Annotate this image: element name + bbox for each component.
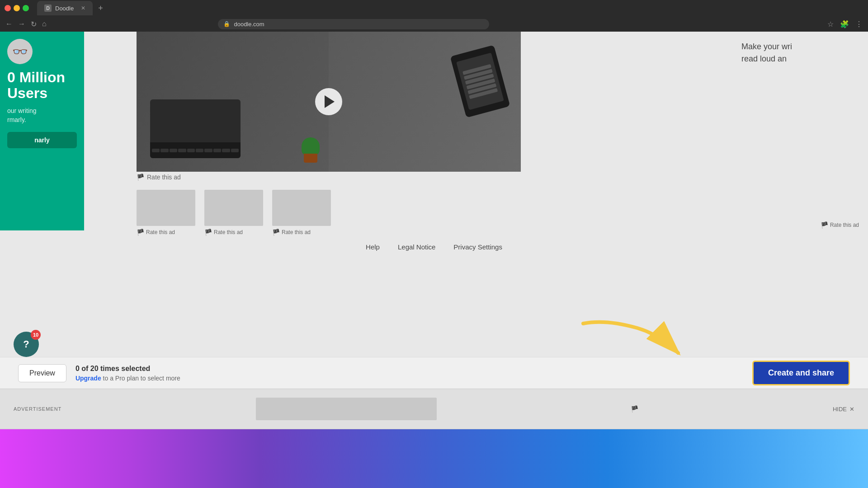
- key: [178, 149, 186, 152]
- small-ad-thumb-3: [272, 190, 331, 226]
- panel-subtext: our writingrmarly.: [7, 107, 77, 124]
- window-controls: [5, 5, 29, 11]
- avatar: 👓: [7, 39, 33, 64]
- lock-icon: 🔒: [223, 21, 230, 27]
- rate-ad-small-2[interactable]: 🏴 Rate this ad: [204, 229, 243, 236]
- address-bar: ← → ↻ ⌂ 🔒 doodle.com ☆ 🧩 ⋮: [0, 16, 868, 32]
- small-ad-thumb-2: [204, 190, 263, 226]
- selection-info: 0 of 20 times selected Upgrade to a Pro …: [75, 365, 180, 382]
- browser-chrome: D Doodle ✕ + ← → ↻ ⌂ 🔒 doodle.com ☆ 🧩 ⋮: [0, 0, 868, 32]
- key: [187, 149, 195, 152]
- play-icon: [325, 95, 335, 108]
- small-ad-box-3: 🏴 Rate this ad: [272, 190, 331, 236]
- content-area: 👓 0 MillionUsers our writingrmarly. narl…: [0, 32, 868, 488]
- minimize-btn[interactable]: [14, 5, 20, 11]
- tab-title: Doodle: [55, 5, 74, 12]
- home-button[interactable]: ⌂: [42, 20, 47, 28]
- scene-left: [137, 32, 329, 172]
- scene-right: [329, 32, 521, 172]
- tab-close-icon[interactable]: ✕: [81, 5, 85, 11]
- flag-icon: 🏴: [821, 221, 828, 229]
- preview-button[interactable]: Preview: [18, 364, 66, 382]
- video-scene: [137, 32, 521, 172]
- ad-flag-icon[interactable]: 🏴: [631, 405, 638, 413]
- rate-ad-small-1-label: Rate this ad: [146, 229, 175, 235]
- far-right-rate-ad[interactable]: 🏴 Rate this ad: [821, 221, 859, 229]
- flag-icon: 🏴: [137, 229, 144, 236]
- rate-ad-small-1[interactable]: 🏴 Rate this ad: [137, 229, 175, 236]
- close-btn[interactable]: [5, 5, 11, 11]
- maximize-btn[interactable]: [23, 5, 29, 11]
- active-tab[interactable]: D Doodle ✕: [37, 1, 93, 15]
- key: [222, 149, 230, 152]
- upgrade-link[interactable]: Upgrade: [75, 375, 101, 382]
- avatar-icon: 👓: [12, 44, 28, 59]
- bottom-toolbar: Preview 0 of 20 times selected Upgrade t…: [0, 357, 868, 389]
- footer-link-help[interactable]: Help: [366, 243, 380, 251]
- plant-pot: [304, 154, 317, 163]
- hide-label: HIDE: [833, 406, 847, 413]
- browser-toolbar-icons: ☆ 🧩 ⋮: [827, 20, 863, 28]
- small-ads-row: 🏴 Rate this ad 🏴 Rate this ad 🏴 Rate thi…: [137, 190, 331, 236]
- key: [160, 149, 168, 152]
- key: [196, 149, 203, 152]
- rate-ad-small-2-label: Rate this ad: [214, 229, 243, 235]
- key: [213, 149, 221, 152]
- keyboard-area: [150, 142, 241, 158]
- tab-favicon: D: [44, 5, 52, 12]
- help-bubble[interactable]: ? 10: [14, 332, 39, 357]
- footer-link-privacy[interactable]: Privacy Settings: [453, 243, 502, 251]
- key: [152, 149, 160, 152]
- small-ad-box-1: 🏴 Rate this ad: [137, 190, 195, 236]
- rate-ad-main[interactable]: 🏴 Rate this ad: [137, 174, 181, 181]
- forward-button[interactable]: →: [18, 20, 25, 28]
- flag-icon: 🏴: [137, 174, 144, 181]
- ad-bar: ADVERTISEMENT 🏴 HIDE ✕: [0, 389, 868, 429]
- close-icon: ✕: [849, 406, 854, 413]
- menu-icon[interactable]: ⋮: [855, 20, 863, 28]
- key: [231, 149, 239, 152]
- upgrade-text: Upgrade to a Pro plan to select more: [75, 375, 180, 382]
- bottom-gradient-band: [0, 429, 868, 488]
- left-panel: 👓 0 MillionUsers our writingrmarly. narl…: [0, 32, 84, 230]
- url-bar[interactable]: 🔒 doodle.com: [218, 19, 489, 29]
- rate-ad-small-3[interactable]: 🏴 Rate this ad: [272, 229, 311, 236]
- plant-leaves: [302, 137, 320, 155]
- key: [170, 149, 177, 152]
- footer-links: Help Legal Notice Privacy Settings: [366, 243, 502, 251]
- far-right-rate-ad-label: Rate this ad: [830, 222, 859, 228]
- star-icon[interactable]: ☆: [827, 20, 834, 28]
- right-panel-text: Make your wriread loud an: [741, 42, 792, 63]
- rate-ad-main-label: Rate this ad: [147, 174, 181, 181]
- tab-bar: D Doodle ✕ +: [0, 0, 868, 16]
- panel-cta-button[interactable]: narly: [7, 132, 77, 148]
- plant-decoration: [302, 136, 320, 163]
- panel-heading: 0 MillionUsers: [7, 70, 77, 101]
- back-button[interactable]: ←: [5, 20, 13, 28]
- notification-badge: 10: [31, 330, 41, 340]
- laptop-shape: [150, 99, 241, 158]
- ad-label: ADVERTISEMENT: [14, 406, 61, 412]
- tablet-shape: [450, 45, 510, 117]
- new-tab-button[interactable]: +: [98, 4, 103, 13]
- hide-button[interactable]: HIDE ✕: [833, 406, 854, 413]
- url-text: doodle.com: [234, 21, 264, 28]
- footer-link-legal[interactable]: Legal Notice: [398, 243, 435, 251]
- help-icon: ?: [23, 338, 29, 350]
- selection-count: 0 of 20 times selected: [75, 365, 180, 373]
- create-share-button[interactable]: Create and share: [752, 361, 850, 385]
- extensions-icon[interactable]: 🧩: [840, 20, 849, 28]
- flag-icon: 🏴: [204, 229, 212, 236]
- small-ad-box-2: 🏴 Rate this ad: [204, 190, 263, 236]
- right-panel: Make your wriread loud an: [732, 32, 868, 74]
- rate-ad-small-3-label: Rate this ad: [282, 229, 311, 235]
- upgrade-description: to a Pro plan to select more: [103, 375, 180, 382]
- ad-content-box: [256, 398, 437, 420]
- small-ad-thumb-1: [137, 190, 195, 226]
- key: [204, 149, 212, 152]
- tablet-screen: [456, 53, 504, 110]
- flag-icon: 🏴: [272, 229, 280, 236]
- video-container: [137, 32, 521, 172]
- play-button[interactable]: [315, 88, 342, 115]
- refresh-button[interactable]: ↻: [31, 20, 37, 28]
